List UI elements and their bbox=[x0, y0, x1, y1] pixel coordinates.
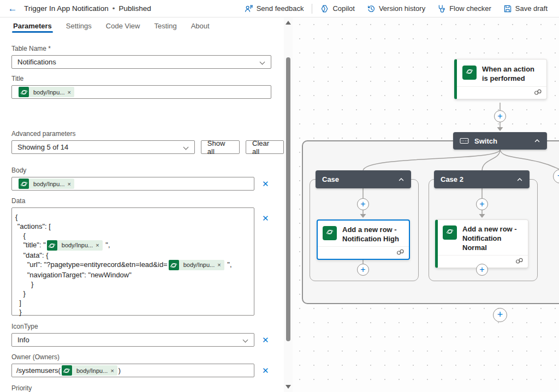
trigger-title: When an action is performed bbox=[482, 64, 541, 83]
chevron-down-icon bbox=[183, 145, 188, 150]
parameters-panel: Parameters Settings Code View Testing Ab… bbox=[0, 17, 284, 392]
clear-all-button[interactable]: Clear all bbox=[246, 140, 284, 154]
token-remove-icon[interactable]: × bbox=[68, 89, 74, 96]
tab-about[interactable]: About bbox=[191, 17, 210, 34]
body-label: Body bbox=[11, 167, 284, 174]
json-line: { bbox=[15, 212, 251, 222]
data-json[interactable]: { "actions": [ { "title": "body/Inpu...×… bbox=[11, 207, 254, 316]
flow-canvas[interactable]: When an action is performed + Switch bbox=[293, 17, 559, 392]
json-line: "title": "body/Inpu...× ", bbox=[15, 240, 251, 251]
connection-link-icon[interactable] bbox=[534, 88, 542, 98]
top-bar: ← Trigger In App Notification • Publishe… bbox=[0, 0, 559, 17]
json-line: } bbox=[15, 289, 251, 298]
flow-checker-icon bbox=[437, 4, 446, 13]
owner-label: Owner (Owners) bbox=[11, 353, 284, 361]
copilot-button[interactable]: Copilot bbox=[314, 0, 360, 17]
action-title: Add a new row - Notification High bbox=[342, 225, 404, 243]
dynamic-content-token[interactable]: body/Inpu... × bbox=[62, 365, 117, 376]
icontype-label: IconType bbox=[11, 323, 284, 330]
panel-tabs: Parameters Settings Code View Testing Ab… bbox=[0, 17, 284, 34]
body-input[interactable]: body/Inpu... × bbox=[11, 177, 254, 191]
flow-checker-button[interactable]: Flow checker bbox=[431, 0, 497, 17]
json-line: } bbox=[15, 280, 251, 289]
json-line: "actions": [ bbox=[15, 222, 251, 231]
action-title: Add a new row - Notification Normal bbox=[462, 224, 523, 252]
scroll-down-icon[interactable] bbox=[286, 385, 291, 389]
connection-link-icon[interactable] bbox=[515, 257, 524, 266]
copilot-icon bbox=[320, 4, 329, 13]
flow-name: Trigger In App Notification bbox=[24, 4, 109, 13]
collapse-chevron-icon[interactable] bbox=[534, 138, 540, 144]
json-line: ] bbox=[15, 298, 251, 307]
clear-owner-button[interactable]: ✕ bbox=[261, 365, 270, 376]
tab-testing[interactable]: Testing bbox=[154, 17, 176, 34]
dynamic-content-token[interactable]: body/Inpu...× bbox=[47, 240, 103, 251]
dataverse-icon bbox=[323, 226, 337, 240]
panel-scrollbar[interactable] bbox=[284, 17, 293, 392]
connection-link-icon[interactable] bbox=[396, 248, 405, 258]
data-label: Data bbox=[11, 197, 284, 205]
show-all-button[interactable]: Show all bbox=[201, 140, 240, 154]
version-history-button[interactable]: Version history bbox=[361, 0, 431, 17]
feedback-icon bbox=[245, 4, 253, 13]
switch-icon bbox=[460, 138, 469, 144]
scrollbar-thumb[interactable] bbox=[286, 57, 290, 341]
chevron-down-icon bbox=[260, 60, 265, 65]
token-remove-icon[interactable]: × bbox=[217, 260, 224, 270]
dataverse-icon bbox=[19, 87, 29, 97]
scroll-up-icon[interactable] bbox=[286, 21, 291, 25]
dynamic-content-token[interactable]: body/Inpu... × bbox=[19, 87, 74, 97]
send-feedback-button[interactable]: Send feedback bbox=[239, 0, 310, 17]
table-name-dropdown[interactable]: Notifications bbox=[11, 55, 271, 69]
priority-label: Priority bbox=[11, 384, 284, 392]
tab-settings[interactable]: Settings bbox=[66, 17, 92, 34]
back-button[interactable]: ← bbox=[5, 3, 20, 14]
token-remove-icon[interactable]: × bbox=[110, 367, 117, 374]
switch-node[interactable]: Switch bbox=[453, 132, 547, 150]
token-remove-icon[interactable]: × bbox=[96, 241, 102, 250]
dataverse-icon bbox=[19, 179, 29, 189]
case-1-header[interactable]: Case bbox=[316, 170, 411, 188]
action-node-notification-high[interactable]: Add a new row - Notification High bbox=[317, 219, 410, 260]
title-separator: • bbox=[112, 4, 115, 13]
owner-input[interactable]: /systemusers( body/Inpu... × ) bbox=[11, 364, 254, 377]
clear-data-button[interactable]: ✕ bbox=[261, 213, 270, 223]
collapse-chevron-icon[interactable] bbox=[398, 176, 405, 183]
icontype-dropdown[interactable]: Info bbox=[11, 333, 254, 347]
insert-step-button[interactable]: + bbox=[493, 308, 507, 322]
dataverse-icon bbox=[62, 365, 72, 376]
action-node-notification-normal[interactable]: Add a new row - Notification Normal bbox=[435, 219, 528, 268]
trigger-node[interactable]: When an action is performed bbox=[454, 59, 547, 99]
dataverse-icon bbox=[462, 66, 477, 80]
json-line: "navigationTarget": "newWindow" bbox=[15, 270, 251, 280]
tab-parameters[interactable]: Parameters bbox=[13, 17, 52, 34]
table-name-label: Table Name * bbox=[11, 45, 284, 52]
json-line: "url": "?pagetype=entityrecord&etn=lead&… bbox=[15, 260, 251, 270]
dataverse-icon bbox=[47, 240, 57, 251]
dataverse-icon bbox=[443, 225, 457, 240]
advanced-parameters-dropdown[interactable]: Showing 5 of 14 bbox=[11, 140, 195, 154]
clear-body-button[interactable]: ✕ bbox=[261, 179, 270, 189]
json-line: { bbox=[15, 231, 251, 240]
title-label: Title bbox=[11, 75, 284, 82]
version-history-icon bbox=[367, 4, 376, 13]
tab-code-view[interactable]: Code View bbox=[106, 17, 140, 34]
dynamic-content-token[interactable]: body/Inpu...× bbox=[169, 260, 224, 270]
insert-step-button[interactable]: + bbox=[494, 110, 506, 122]
json-line: "data": { bbox=[15, 251, 251, 260]
flow-status: Published bbox=[119, 4, 151, 13]
title-input[interactable]: body/Inpu... × bbox=[11, 85, 271, 99]
insert-step-button[interactable]: + bbox=[357, 198, 369, 210]
save-icon bbox=[503, 4, 512, 13]
dynamic-content-token[interactable]: body/Inpu... × bbox=[19, 179, 74, 189]
insert-step-button[interactable]: + bbox=[476, 264, 488, 276]
case-2-header[interactable]: Case 2 bbox=[434, 170, 530, 188]
save-draft-button[interactable]: Save draft bbox=[497, 0, 554, 17]
insert-step-button[interactable]: + bbox=[476, 198, 488, 210]
token-remove-icon[interactable]: × bbox=[68, 181, 74, 187]
clear-icontype-button[interactable]: ✕ bbox=[261, 335, 270, 345]
toolbar-divider bbox=[312, 4, 312, 14]
collapse-chevron-icon[interactable] bbox=[516, 176, 523, 183]
insert-step-button[interactable]: + bbox=[357, 264, 369, 276]
chevron-down-icon bbox=[243, 337, 248, 343]
